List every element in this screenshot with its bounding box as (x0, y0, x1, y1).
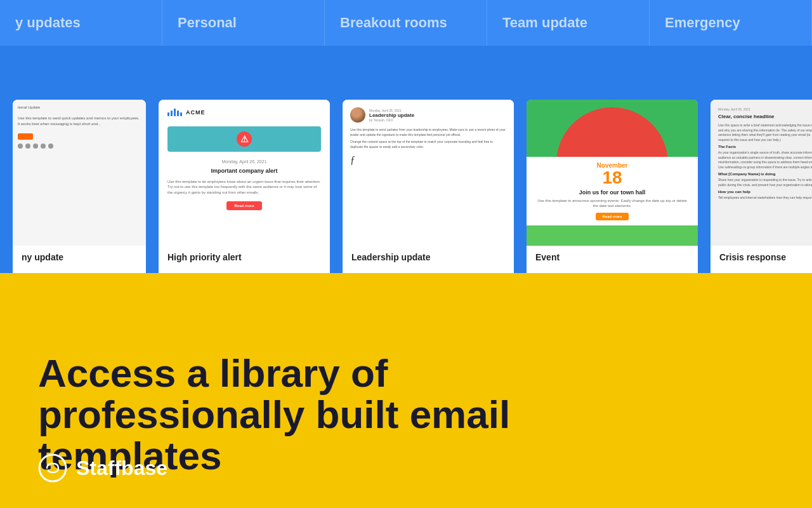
top-label-item-1[interactable]: Personal (162, 0, 325, 46)
hp-logo-bars (167, 109, 182, 116)
template-row-1: tional Update Use this template to send … (0, 100, 812, 284)
template-card-high-priority[interactable]: ACME ⚠ Monday, April 26, 2021 Important … (159, 100, 330, 284)
hp-colored-bar: ⚠ (167, 126, 321, 152)
watermelon-decoration (527, 100, 698, 157)
event-headline: Join us for our town hall (535, 189, 689, 196)
lu-body2: Change the colored space at the top of t… (350, 140, 506, 149)
template-card-event[interactable]: November 18 Join us for our town hall Us… (527, 100, 698, 284)
lu-byline: by Taniyah, CEO (369, 118, 414, 122)
hp-logo: ACME (167, 109, 321, 116)
watermelon-rind (549, 100, 676, 157)
card-preview-crisis: Monday, April 26, 2021 Clear, concise he… (710, 100, 812, 246)
top-label-item-4[interactable]: Emergency (650, 0, 812, 46)
top-label-bar: y updates Personal Breakout rooms Team u… (0, 0, 812, 46)
crisis-section1: The Facts (718, 145, 812, 149)
crisis-section2-body: Share how your organization is respondin… (718, 178, 812, 187)
event-body: Use this template to announce upcoming e… (535, 198, 689, 209)
top-label-text-3: Team update (502, 15, 587, 31)
crisis-section3-body: Tell employees and internal stakeholders… (718, 196, 812, 201)
card-preview-leadership: Monday, April 26, 2021 Leadership update… (343, 100, 514, 246)
lu-header: Monday, April 26, 2021 Leadership update… (350, 107, 506, 123)
crisis-intro: Use this space to write a brief statemen… (718, 123, 812, 142)
event-read-more-button[interactable]: Read more (596, 213, 628, 220)
crisis-section1-body: As your organization's single source of … (718, 150, 812, 170)
hp-date: Monday, April 26, 2021 (167, 159, 321, 164)
top-label-text-4: Emergency (665, 15, 740, 31)
top-label-text-2: Breakout rooms (340, 15, 447, 31)
card-preview-operational: tional Update Use this template to send … (13, 100, 146, 246)
card-preview-event: November 18 Join us for our town hall Us… (527, 100, 698, 246)
card-label-event: Event (527, 246, 698, 269)
staffbase-icon (38, 453, 67, 483)
card-label-operational: ny update (13, 246, 146, 269)
lu-signature: ƒ (350, 154, 506, 166)
lu-body: Use this template to send updates from y… (350, 128, 506, 137)
template-card-leadership[interactable]: Monday, April 26, 2021 Leadership update… (343, 100, 514, 284)
top-label-item-3[interactable]: Team update (487, 0, 650, 46)
hp-body: Use this template to let employees know … (167, 179, 321, 195)
hp-warn-icon: ⚠ (237, 131, 252, 147)
lu-title: Leadership update (369, 112, 414, 118)
card-label-leadership: Leadership update (343, 246, 514, 269)
hp-read-more-button[interactable]: Read more (226, 201, 261, 210)
top-label-text-1: Personal (178, 15, 237, 31)
crisis-section2: What [Company Name] is doing (718, 172, 812, 176)
template-card-crisis[interactable]: Monday, April 26, 2021 Clear, concise he… (710, 100, 812, 284)
top-label-text-0: y updates (15, 15, 81, 31)
crisis-date: Monday, April 26, 2021 (718, 107, 812, 111)
card-label-crisis: Crisis response (710, 246, 812, 269)
crisis-headline: Clear, concise headline (718, 114, 812, 119)
hp-logo-text: ACME (186, 109, 206, 116)
main-area: tional Update Use this template to send … (0, 46, 812, 508)
svg-point-0 (39, 455, 66, 481)
crisis-section3: How you can help (718, 190, 812, 194)
template-card-operational[interactable]: tional Update Use this template to send … (13, 100, 146, 284)
top-label-item-2[interactable]: Breakout rooms (325, 0, 487, 46)
card-preview-high-priority: ACME ⚠ Monday, April 26, 2021 Important … (159, 100, 330, 246)
staffbase-logo: Staffbase (38, 453, 167, 483)
staffbase-name: Staffbase (76, 457, 167, 480)
hp-headline: Important company alert (167, 168, 321, 174)
lu-avatar (350, 107, 365, 123)
card-label-high-priority: High priority alert (159, 246, 330, 269)
top-label-item-0[interactable]: y updates (0, 0, 162, 46)
event-day: 18 (535, 169, 689, 187)
